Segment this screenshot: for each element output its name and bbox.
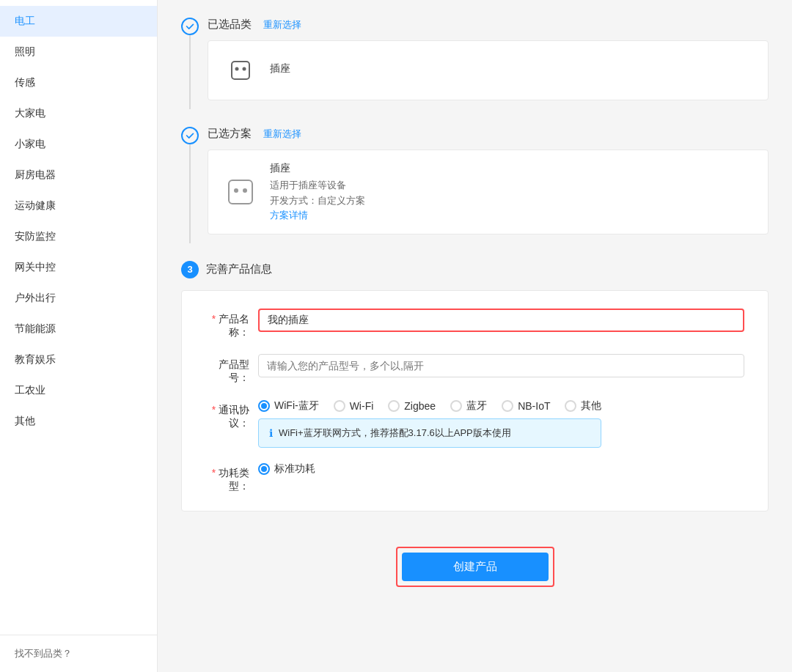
step2-solution-desc2: 开发方式：自定义方案 — [270, 193, 753, 209]
sidebar-item-lighting[interactable]: 照明 — [0, 37, 157, 67]
step1-with-line: 已选品类 重新选择 插座 — [181, 18, 769, 109]
radio-label-other: 其他 — [581, 399, 601, 413]
radio-label-wifi-bt: WiFi-蓝牙 — [274, 399, 319, 413]
protocol-radio-group: WiFi-蓝牙Wi-FiZigbee蓝牙NB-IoT其他 — [258, 399, 601, 413]
sidebar-item-small-appliance[interactable]: 小家电 — [0, 129, 157, 160]
sidebar-item-other[interactable]: 其他 — [0, 406, 157, 437]
plug-icon — [223, 53, 258, 88]
protocol-info-box: ℹ WiFi+蓝牙联网方式，推荐搭配3.17.6以上APP版本使用 — [258, 418, 601, 448]
protocol-radio-wifi[interactable]: Wi-Fi — [334, 400, 374, 412]
protocol-radio-zigbee[interactable]: Zigbee — [388, 400, 436, 412]
step2-header: 已选方案 重新选择 — [208, 127, 769, 141]
step2-timeline — [181, 127, 199, 243]
sidebar-item-sports[interactable]: 运动健康 — [0, 191, 157, 221]
step2-solution-link[interactable]: 方案详情 — [270, 210, 308, 221]
step1-reselect[interactable]: 重新选择 — [263, 18, 301, 32]
svg-point-2 — [243, 67, 246, 71]
step1-line — [189, 35, 191, 109]
step1-header: 已选品类 重新选择 — [208, 18, 769, 32]
info-icon: ℹ — [269, 427, 273, 439]
power-label-standard: 标准功耗 — [274, 462, 315, 476]
step2-card: 插座 适用于插座等设备 开发方式：自定义方案 方案详情 — [208, 149, 769, 235]
radio-circle-other — [565, 400, 576, 412]
svg-point-1 — [235, 67, 239, 71]
step1-card-info: 插座 — [270, 62, 753, 78]
sidebar-footer[interactable]: 找不到品类？ — [0, 635, 157, 672]
step2-content: 已选方案 重新选择 插座 适用于插座等设备 开发方式：自定义方案 — [208, 127, 769, 243]
svg-rect-3 — [229, 180, 252, 204]
step1-content: 已选品类 重新选择 插座 — [208, 18, 769, 109]
radio-label-zigbee: Zigbee — [404, 400, 436, 412]
protocol-radio-wifi-bt[interactable]: WiFi-蓝牙 — [258, 399, 319, 413]
radio-circle-zigbee — [388, 400, 400, 412]
radio-label-wifi: Wi-Fi — [350, 400, 374, 412]
sidebar-item-energy[interactable]: 节能能源 — [0, 314, 157, 344]
step3-section: 3 完善产品信息 产品名称： 产品型号： 通讯协议： — [181, 261, 769, 512]
radio-circle-nb-iot — [502, 400, 513, 412]
sidebar-item-education[interactable]: 教育娱乐 — [0, 344, 157, 375]
product-model-control — [258, 354, 744, 377]
radio-circle-wifi-bt — [258, 400, 270, 412]
product-name-input[interactable] — [258, 309, 744, 332]
step2-card-info: 插座 适用于插座等设备 开发方式：自定义方案 方案详情 — [270, 162, 753, 222]
protocol-radio-other[interactable]: 其他 — [565, 399, 601, 413]
step2-title: 已选方案 — [208, 127, 252, 141]
step1-category-name: 插座 — [270, 62, 753, 75]
step2-reselect[interactable]: 重新选择 — [263, 128, 301, 141]
radio-circle-wifi — [334, 400, 345, 412]
step1-check-icon — [181, 18, 199, 35]
form-row-name: 产品名称： — [199, 309, 744, 339]
step2-section: 已选方案 重新选择 插座 适用于插座等设备 开发方式：自定义方案 — [181, 127, 769, 243]
protocol-control: WiFi-蓝牙Wi-FiZigbee蓝牙NB-IoT其他 ℹ WiFi+蓝牙联网… — [258, 399, 601, 448]
power-control: 标准功耗 — [258, 462, 744, 476]
sidebar-item-gateway[interactable]: 网关中控 — [0, 252, 157, 283]
product-name-label: 产品名称： — [199, 309, 258, 339]
step2-solution-desc1: 适用于插座等设备 — [270, 178, 753, 193]
svg-point-4 — [234, 188, 238, 193]
step1-timeline — [181, 18, 199, 109]
sidebar-item-electrical[interactable]: 电工 — [0, 6, 157, 37]
product-model-label: 产品型号： — [199, 354, 258, 385]
power-radio-standard[interactable]: 标准功耗 — [258, 462, 315, 476]
step3-header: 3 完善产品信息 — [181, 261, 769, 278]
power-radio-group: 标准功耗 — [258, 462, 744, 476]
step1-card: 插座 — [208, 40, 769, 100]
step1-section: 已选品类 重新选择 插座 — [181, 18, 769, 109]
sidebar-item-sensor[interactable]: 传感 — [0, 67, 157, 98]
protocol-radio-bluetooth[interactable]: 蓝牙 — [450, 399, 487, 413]
step3-form-card: 产品名称： 产品型号： 通讯协议： WiFi-蓝牙Wi-FiZigbee蓝牙NB… — [181, 290, 769, 512]
radio-circle-bluetooth — [450, 400, 462, 412]
form-row-model: 产品型号： — [199, 354, 744, 385]
sidebar: 电工照明传感大家电小家电厨房电器运动健康安防监控网关中控户外出行节能能源教育娱乐… — [0, 0, 158, 672]
step3-title: 完善产品信息 — [206, 262, 272, 276]
product-name-control — [258, 309, 744, 332]
power-label: 功耗类型： — [199, 462, 258, 493]
sidebar-item-agriculture[interactable]: 工农业 — [0, 375, 157, 406]
step2-check-icon — [181, 127, 199, 144]
sidebar-item-major-appliance[interactable]: 大家电 — [0, 98, 157, 129]
main-content: 已选品类 重新选择 插座 — [158, 0, 792, 672]
protocol-radio-nb-iot[interactable]: NB-IoT — [502, 400, 550, 412]
form-row-protocol: 通讯协议： WiFi-蓝牙Wi-FiZigbee蓝牙NB-IoT其他 ℹ WiF… — [199, 399, 744, 448]
power-circle-standard — [258, 463, 270, 475]
sidebar-item-kitchen[interactable]: 厨房电器 — [0, 160, 157, 191]
protocol-info-text: WiFi+蓝牙联网方式，推荐搭配3.17.6以上APP版本使用 — [279, 427, 511, 440]
svg-rect-0 — [232, 62, 249, 79]
radio-label-bluetooth: 蓝牙 — [466, 399, 487, 413]
step1-title: 已选品类 — [208, 18, 252, 32]
form-row-power: 功耗类型： 标准功耗 — [199, 462, 744, 493]
step2-line — [189, 144, 191, 243]
protocol-label: 通讯协议： — [199, 399, 258, 430]
sidebar-items: 电工照明传感大家电小家电厨房电器运动健康安防监控网关中控户外出行节能能源教育娱乐… — [0, 0, 157, 635]
step3-number: 3 — [181, 261, 199, 278]
step2-with-line: 已选方案 重新选择 插座 适用于插座等设备 开发方式：自定义方案 — [181, 127, 769, 243]
svg-point-5 — [243, 188, 247, 193]
step2-solution-title: 插座 — [270, 162, 753, 175]
sidebar-item-security[interactable]: 安防监控 — [0, 221, 157, 252]
create-button-wrapper: 创建产品 — [396, 547, 554, 587]
radio-label-nb-iot: NB-IoT — [518, 400, 550, 412]
sidebar-item-outdoor[interactable]: 户外出行 — [0, 283, 157, 314]
step2-plug-icon — [223, 174, 258, 210]
create-button[interactable]: 创建产品 — [402, 553, 549, 581]
product-model-input[interactable] — [258, 354, 744, 377]
